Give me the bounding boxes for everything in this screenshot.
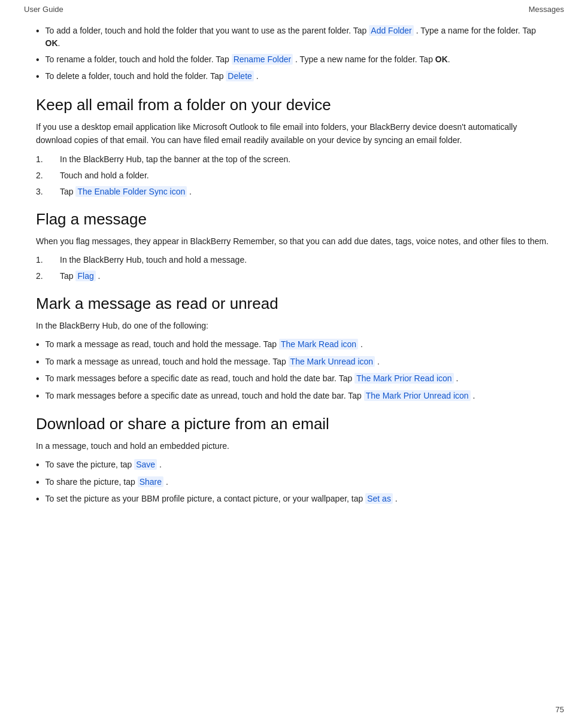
section2-title: Flag a message — [36, 210, 552, 229]
list-item: To mark messages before a specific date … — [36, 372, 552, 385]
list-item: To save the picture, tap Save . — [36, 458, 552, 472]
section2-body: When you flag messages, they appear in B… — [36, 235, 552, 248]
section2-steps: 1. In the BlackBerry Hub, touch and hold… — [36, 254, 552, 282]
flag-highlight: Flag — [75, 271, 95, 281]
section1-body: If you use a desktop email application l… — [36, 120, 552, 147]
header-right: Messages — [529, 5, 564, 14]
list-item: To mark messages before a specific date … — [36, 390, 552, 403]
save-highlight: Save — [134, 459, 157, 470]
section4-body: In a message, touch and hold an embedded… — [36, 439, 552, 452]
rename-folder-highlight: Rename Folder — [232, 54, 293, 65]
ok-bold-2: OK — [435, 54, 448, 64]
list-item: To mark a message as unread, touch and h… — [36, 356, 552, 369]
list-item: To set the picture as your BBM profile p… — [36, 493, 552, 506]
list-item: To share the picture, tap Share . — [36, 476, 552, 489]
section3-title: Mark a message as read or unread — [36, 294, 552, 313]
header-left: User Guide — [24, 5, 63, 14]
intro-bullet-list: To add a folder, touch and hold the fold… — [36, 25, 552, 84]
section3-bullets: To mark a message as read, touch and hol… — [36, 338, 552, 403]
list-item: 2. Tap Flag . — [36, 270, 552, 282]
list-item: 2. Touch and hold a folder. — [36, 169, 552, 182]
list-item: 3. Tap The Enable Folder Sync icon . — [36, 186, 552, 198]
list-item: To rename a folder, touch and hold the f… — [36, 53, 552, 66]
enable-folder-sync-highlight: The Enable Folder Sync icon — [75, 186, 187, 197]
mark-prior-unread-highlight: The Mark Prior Unread icon — [364, 390, 471, 401]
list-item: 1. In the BlackBerry Hub, touch and hold… — [36, 254, 552, 266]
delete-highlight: Delete — [226, 71, 253, 81]
section1-steps: 1. In the BlackBerry Hub, tap the banner… — [36, 153, 552, 198]
page-header: User Guide Messages — [0, 0, 588, 19]
list-item: To delete a folder, touch and hold the f… — [36, 70, 552, 83]
section3-body: In the BlackBerry Hub, do one of the fol… — [36, 319, 552, 332]
set-as-highlight: Set as — [365, 493, 393, 504]
ok-bold-1: OK — [46, 38, 58, 48]
page-content: To add a folder, touch and hold the fold… — [0, 19, 588, 536]
list-item: 1. In the BlackBerry Hub, tap the banner… — [36, 153, 552, 166]
section1-title: Keep all email from a folder on your dev… — [36, 96, 552, 114]
list-item: To mark a message as read, touch and hol… — [36, 338, 552, 351]
page-footer: 75 — [556, 705, 564, 714]
section4-title: Download or share a picture from an emai… — [36, 415, 552, 433]
page-number: 75 — [556, 705, 564, 714]
add-folder-highlight: Add Folder — [369, 25, 413, 36]
mark-prior-read-highlight: The Mark Prior Read icon — [354, 373, 454, 384]
mark-read-highlight: The Mark Read icon — [279, 339, 358, 350]
mark-unread-highlight: The Mark Unread icon — [289, 356, 375, 367]
list-item: To add a folder, touch and hold the fold… — [36, 25, 552, 50]
section4-bullets: To save the picture, tap Save . To share… — [36, 458, 552, 506]
share-highlight: Share — [138, 476, 163, 487]
